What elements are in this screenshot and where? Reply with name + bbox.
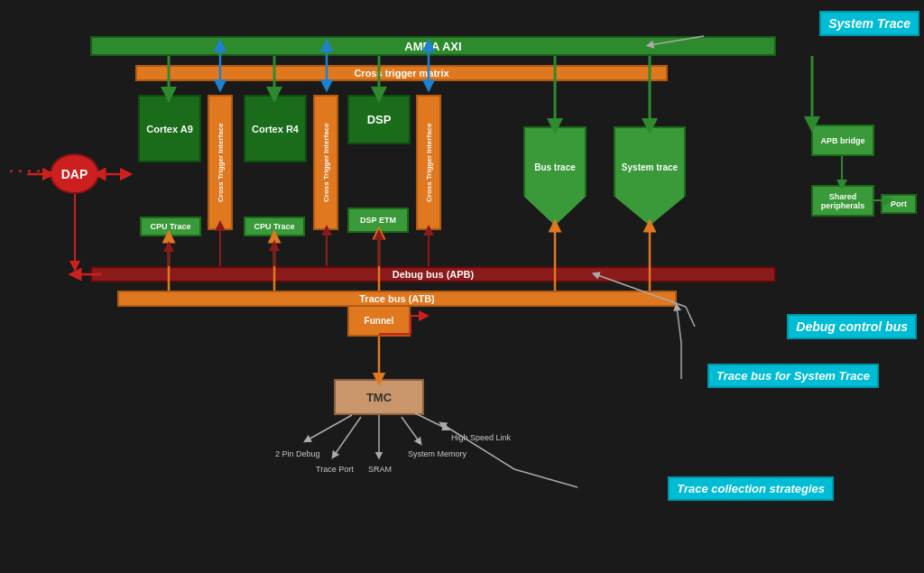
sram-label: SRAM (368, 465, 392, 474)
svg-line-42 (442, 424, 514, 469)
svg-line-40 (677, 307, 681, 343)
cross-trigger-3-block: Cross Trigger Interface (416, 95, 441, 230)
amba-axi-bar: AMBA AXI (90, 36, 776, 56)
shared-peripherals-block: Shared peripherals (811, 185, 874, 217)
dots-indicator: · · · · (9, 162, 41, 181)
bus-trace-label: Bus trace (534, 162, 576, 172)
cross-trigger-matrix-bar: Cross trigger matrix (135, 65, 668, 81)
port-label: Port (891, 199, 907, 208)
dsp-block: DSP (347, 95, 411, 144)
svg-line-32 (415, 413, 447, 429)
trace-port-label: Trace Port (316, 465, 354, 474)
cpu-trace-1-block: CPU Trace (140, 217, 201, 236)
cortex-r4-label: Cortex R4 (252, 124, 299, 134)
amba-axi-label: AMBA AXI (404, 40, 461, 53)
debug-bus-bar: Debug bus (APB) (90, 266, 776, 282)
system-trace-block: System trace (614, 126, 686, 226)
high-speed-link-label: High Speed Link (451, 433, 511, 442)
trace-bus-annotation-label: Trace bus for System Trace (716, 369, 870, 383)
debug-control-annotation-label: Debug control bus (796, 319, 908, 334)
cpu-trace-2-block: CPU Trace (244, 217, 305, 236)
apb-bridge-label: APB bridge (820, 136, 864, 145)
dsp-etm-label: DSP ETM (360, 216, 396, 225)
cross-trigger-2-label: Cross Trigger Interface (322, 123, 330, 202)
trace-collection-annotation: Trace collection strategies (668, 476, 834, 501)
cortex-r4-block: Cortex R4 (244, 95, 307, 162)
dap-label: DAP (61, 167, 88, 181)
system-trace-block-label: System trace (622, 162, 678, 172)
shared-peripherals-label: Shared peripherals (813, 192, 873, 210)
dap-block: DAP (50, 153, 99, 194)
system-memory-label: System Memory (408, 449, 467, 458)
tmc-label: TMC (366, 391, 392, 404)
funnel-label: Funnel (365, 316, 394, 326)
cortex-a9-block: Cortex A9 (138, 95, 201, 162)
trace-bus-annotation: Trace bus for System Trace (707, 364, 879, 388)
cross-trigger-2-block: Cross Trigger Interface (313, 95, 338, 230)
tmc-block: TMC (334, 379, 424, 415)
trace-collection-annotation-label: Trace collection strategies (677, 482, 825, 495)
svg-line-37 (686, 307, 695, 327)
dsp-label: DSP (367, 113, 392, 126)
svg-line-31 (402, 417, 420, 442)
funnel-block: Funnel (347, 305, 411, 337)
cross-trigger-1-label: Cross Trigger Interface (217, 123, 225, 202)
cross-trigger-1-block: Cross Trigger Interface (208, 95, 233, 230)
cpu-trace-2-label: CPU Trace (254, 222, 294, 231)
apb-bridge-block: APB bridge (811, 125, 874, 156)
bus-trace-block: Bus trace (523, 126, 587, 226)
cpu-trace-1-label: CPU Trace (150, 222, 190, 231)
port-block: Port (881, 194, 917, 214)
svg-line-29 (334, 417, 361, 456)
system-trace-annotation: System Trace (819, 11, 919, 36)
svg-line-41 (514, 469, 578, 487)
debug-bus-label: Debug bus (APB) (393, 269, 474, 280)
cross-trigger-matrix-label: Cross trigger matrix (354, 68, 448, 79)
debug-control-annotation: Debug control bus (787, 314, 917, 339)
dsp-etm-block: DSP ETM (347, 208, 409, 233)
trace-bus-label: Trace bus (ATB) (359, 293, 435, 304)
two-pin-debug-label: 2 Pin Debug (275, 449, 320, 458)
system-trace-annotation-label: System Trace (828, 16, 910, 31)
cortex-a9-label: Cortex A9 (146, 124, 193, 134)
svg-line-28 (307, 415, 352, 440)
diagram-container: AMBA AXI Cross trigger matrix Debug bus … (0, 0, 924, 573)
cross-trigger-3-label: Cross Trigger Interface (425, 123, 433, 202)
